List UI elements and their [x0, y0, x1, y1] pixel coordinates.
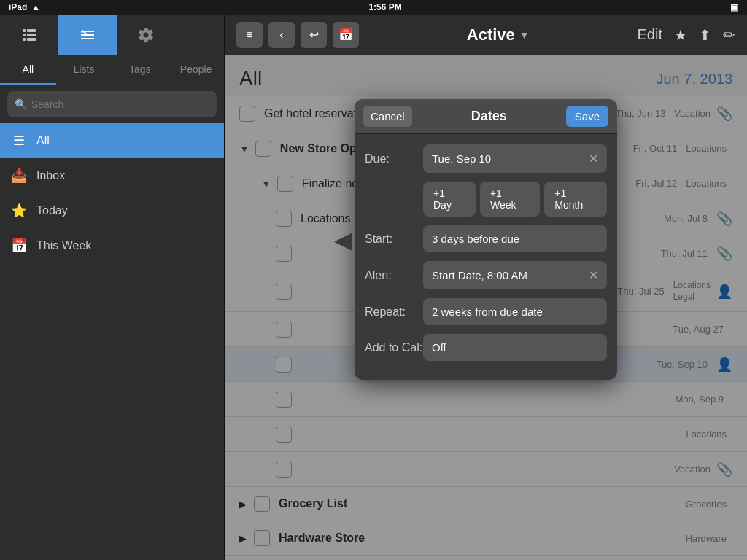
toolbar-nav: ≡ ‹ ↩ 📅 [236, 22, 359, 48]
modal-header: Cancel Dates Save [355, 99, 617, 134]
dates-modal-overlay: ◀ Cancel Dates Save Due: Tu [225, 55, 747, 560]
svg-rect-2 [23, 34, 26, 36]
alert-label: Alert: [365, 269, 423, 282]
plus-week-btn[interactable]: +1 Week [480, 182, 540, 217]
compose-btn[interactable]: ✏ [723, 26, 735, 44]
due-clear-btn[interactable]: ✕ [589, 152, 598, 166]
toolbar-actions: Edit ★ ⬆ ✏ [638, 26, 735, 44]
toolbar-left [0, 15, 225, 55]
toolbar-tab-settings[interactable] [117, 15, 175, 55]
due-field[interactable]: Tue, Sep 10 ✕ [423, 144, 607, 173]
add-to-cal-row: Add to Cal: Off [365, 334, 607, 361]
nav-undo-btn[interactable]: ↩ [301, 22, 327, 48]
status-bar-right: ▣ [730, 2, 738, 12]
battery-icon: ▣ [730, 2, 738, 12]
sidebar-item-inbox-label: Inbox [36, 169, 65, 182]
star-btn[interactable]: ★ [674, 26, 687, 44]
modal-cancel-btn[interactable]: Cancel [363, 106, 412, 127]
nav-calendar-btn[interactable]: 📅 [333, 22, 359, 48]
device-label: iPad [9, 2, 27, 12]
toolbar-tab-list[interactable] [0, 15, 58, 55]
all-icon: ☰ [9, 131, 29, 151]
edit-btn[interactable]: Edit [638, 26, 662, 43]
modal-save-btn[interactable]: Save [566, 106, 608, 127]
toolbar-tab-check[interactable] [58, 15, 117, 55]
this-week-icon: 📅 [9, 236, 29, 256]
repeat-field[interactable]: 2 weeks from due date [423, 298, 607, 325]
svg-rect-0 [23, 29, 26, 32]
alert-row: Alert: Start Date, 8:00 AM ✕ [365, 261, 607, 289]
search-icon: 🔍 [15, 98, 27, 110]
alert-clear-btn[interactable]: ✕ [589, 268, 598, 282]
share-btn[interactable]: ⬆ [699, 26, 711, 44]
alert-field[interactable]: Start Date, 8:00 AM ✕ [423, 261, 607, 289]
modal-wrapper: ◀ Cancel Dates Save Due: Tu [355, 99, 617, 380]
start-value: 3 days before due [432, 233, 519, 245]
add-to-cal-field[interactable]: Off [423, 334, 607, 361]
sidebar-item-all[interactable]: ☰ All [0, 123, 224, 158]
svg-rect-5 [27, 38, 36, 41]
modal-title: Dates [412, 109, 566, 124]
due-value: Tue, Sep 10 [432, 152, 491, 165]
due-row: Due: Tue, Sep 10 ✕ [365, 144, 607, 173]
svg-rect-3 [27, 34, 36, 36]
nav-list-btn[interactable]: ≡ [236, 22, 263, 48]
active-dropdown[interactable]: Active ▼ [467, 26, 530, 44]
dates-modal: Cancel Dates Save Due: Tue, Sep 10 ✕ [355, 99, 617, 380]
status-bar: iPad ▲ 1:56 PM ▣ [0, 0, 747, 15]
add-to-cal-value: Off [432, 341, 446, 354]
app-container: ≡ ‹ ↩ 📅 Active ▼ Edit ★ ⬆ ✏ All Lists [0, 15, 747, 560]
content-area: All Lists Tags People 🔍 ☰ All 📥 Inbox [0, 55, 747, 560]
toolbar-right: ≡ ‹ ↩ 📅 Active ▼ Edit ★ ⬆ ✏ [225, 22, 747, 48]
modal-arrow-indicator: ◀ [334, 228, 352, 252]
sidebar-tab-lists[interactable]: Lists [56, 55, 112, 85]
main-content: All Jun 7, 2013 Get hotel reservations T… [225, 55, 747, 560]
start-label: Start: [365, 233, 423, 246]
status-bar-left: iPad ▲ [9, 2, 40, 12]
today-icon: ⭐ [9, 201, 29, 221]
repeat-label: Repeat: [365, 306, 423, 319]
start-row: Start: 3 days before due [365, 225, 607, 252]
sidebar-item-today-label: Today [36, 204, 68, 217]
sidebar-item-this-week[interactable]: 📅 This Week [0, 228, 224, 263]
inbox-icon: 📥 [9, 166, 29, 186]
active-label: Active [467, 26, 515, 44]
search-input[interactable] [31, 98, 209, 110]
time-display: 1:56 PM [368, 2, 401, 12]
plus-month-btn[interactable]: +1 Month [544, 182, 607, 217]
sidebar-item-inbox[interactable]: 📥 Inbox [0, 158, 224, 193]
sidebar-tab-people[interactable]: People [168, 55, 224, 85]
alert-value: Start Date, 8:00 AM [432, 269, 527, 281]
modal-body: Due: Tue, Sep 10 ✕ +1 Day +1 Week +1 [355, 134, 617, 380]
start-field[interactable]: 3 days before due [423, 225, 607, 252]
sidebar-item-all-label: All [36, 134, 50, 147]
due-label: Due: [365, 152, 423, 166]
dropdown-arrow: ▼ [519, 29, 530, 41]
svg-rect-1 [27, 29, 36, 32]
sidebar-tab-tags[interactable]: Tags [112, 55, 169, 85]
plus-day-btn[interactable]: +1 Day [423, 182, 476, 217]
repeat-value: 2 weeks from due date [432, 306, 543, 318]
sidebar-item-today[interactable]: ⭐ Today [0, 193, 224, 228]
add-to-cal-label: Add to Cal: [365, 341, 423, 354]
sidebar-items: ☰ All 📥 Inbox ⭐ Today 📅 This Week [0, 123, 224, 560]
top-toolbar: ≡ ‹ ↩ 📅 Active ▼ Edit ★ ⬆ ✏ [0, 15, 747, 55]
sidebar-tabs: All Lists Tags People [0, 55, 224, 85]
wifi-icon: ▲ [31, 2, 40, 12]
sidebar: All Lists Tags People 🔍 ☰ All 📥 Inbox [0, 55, 225, 560]
repeat-row: Repeat: 2 weeks from due date [365, 298, 607, 325]
search-box: 🔍 [7, 91, 217, 117]
svg-rect-4 [23, 38, 26, 41]
sidebar-item-this-week-label: This Week [36, 239, 91, 252]
sidebar-tab-all[interactable]: All [0, 55, 56, 85]
nav-back-btn[interactable]: ‹ [268, 22, 295, 48]
quick-btns: +1 Day +1 Week +1 Month [423, 182, 607, 217]
